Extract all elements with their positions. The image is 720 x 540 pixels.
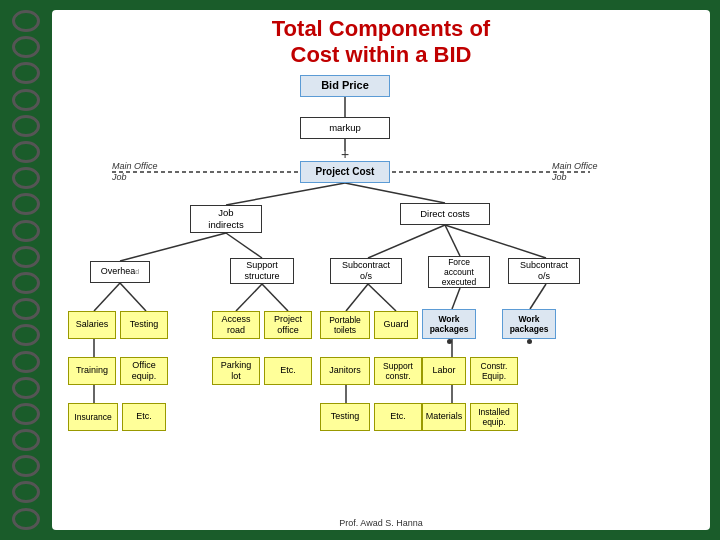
support-constr-node: Supportconstr. (374, 357, 422, 385)
svg-line-11 (445, 225, 546, 258)
training-node: Training (68, 357, 116, 385)
svg-line-15 (262, 284, 288, 311)
title-line1: Total Components of (272, 16, 490, 41)
svg-line-17 (368, 284, 396, 311)
guard-node: Guard (374, 311, 418, 339)
testing2-node: Testing (320, 403, 370, 431)
office-equip-node: Officeequip. (120, 357, 168, 385)
access-road-node: Accessroad (212, 311, 260, 339)
work-packages1-node: Workpackages (422, 309, 476, 339)
footer-text: Prof. Awad S. Hanna (52, 518, 710, 528)
project-cost-node: Project Cost (300, 161, 390, 183)
subcontract2-node: Subcontracto/s (508, 258, 580, 284)
footer-label: Prof. Awad S. Hanna (339, 518, 422, 528)
salaries-node: Salaries (68, 311, 116, 339)
svg-line-9 (368, 225, 445, 258)
svg-line-6 (345, 183, 445, 203)
portable-toilets-node: Portabletoilets (320, 311, 370, 339)
content-area: Total Components of Cost within a BID + (52, 10, 710, 530)
constr-equip-node: Constr.Equip. (470, 357, 518, 385)
svg-line-19 (530, 284, 546, 309)
svg-line-18 (452, 288, 460, 309)
svg-line-5 (226, 183, 345, 205)
svg-line-13 (120, 283, 146, 311)
overhead-node: Overhead (90, 261, 150, 283)
svg-line-8 (226, 233, 262, 258)
subcontract1-node: Subcontracto/s (330, 258, 402, 284)
janitors-node: Janitors (320, 357, 370, 385)
svg-line-12 (94, 283, 120, 311)
diagram: + (60, 73, 702, 503)
svg-line-10 (445, 225, 460, 256)
bid-price-node: Bid Price (300, 75, 390, 97)
job-indirects-node: Jobindirects (190, 205, 262, 233)
direct-costs-node: Direct costs (400, 203, 490, 225)
svg-text:+: + (341, 146, 349, 162)
labor-node: Labor (422, 357, 466, 385)
markup-node: markup (300, 117, 390, 139)
installed-equip-node: Installedequip. (470, 403, 518, 431)
etc1-node: Etc. (264, 357, 312, 385)
project-office-node: Projectoffice (264, 311, 312, 339)
force-account-node: Forceaccountexecuted (428, 256, 490, 288)
etc3-node: Etc. (374, 403, 422, 431)
etc2-node: Etc. (122, 403, 166, 431)
svg-line-16 (346, 284, 368, 311)
insurance-node: Insurance (68, 403, 118, 431)
svg-line-7 (120, 233, 226, 261)
spiral-binding (0, 0, 52, 540)
materials-node: Materials (422, 403, 466, 431)
support-structure-node: Supportstructure (230, 258, 294, 284)
slide-title: Total Components of Cost within a BID (60, 16, 702, 69)
main-office-job-left: Main OfficeJob (112, 161, 158, 184)
parking-lot-node: Parkinglot (212, 357, 260, 385)
main-office-job-right: Main OfficeJob (552, 161, 598, 184)
svg-line-14 (236, 284, 262, 311)
title-line2: Cost within a BID (291, 42, 472, 67)
work-packages2-node: Workpackages (502, 309, 556, 339)
testing1-node: Testing (120, 311, 168, 339)
